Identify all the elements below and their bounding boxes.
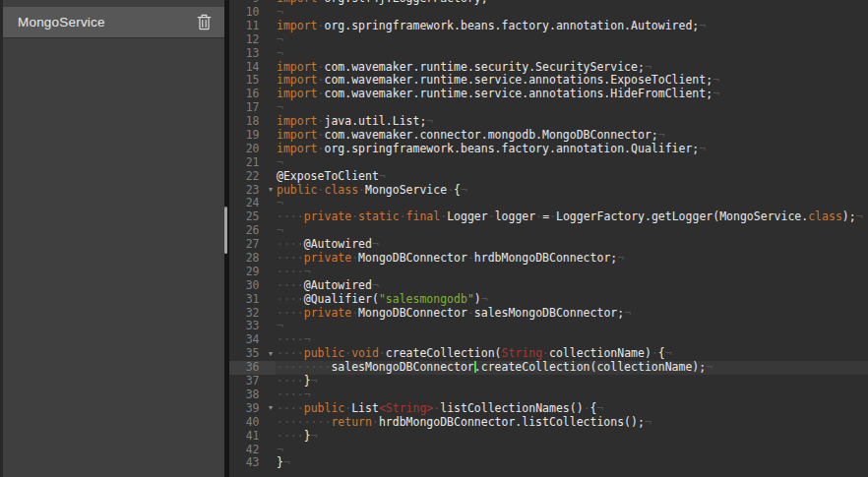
code-text[interactable]: ····public·List<String>·listCollectionNa… [276, 402, 868, 416]
fold-arrow-icon[interactable]: ▾ [269, 403, 273, 413]
line-number-19[interactable]: 19 [229, 129, 276, 143]
code-line-19[interactable]: 19import·com.wavemaker.connector.mongodb… [229, 129, 868, 143]
line-number-24[interactable]: 24 [229, 197, 276, 210]
code-line-37[interactable]: 37····}¬ [229, 375, 868, 388]
code-line-38[interactable]: 38····¬ [229, 388, 868, 402]
line-number-30[interactable]: 30 [229, 279, 276, 293]
code-text[interactable]: ¬ [276, 197, 868, 210]
sidebar-item-mongoservice[interactable]: MongoService [3, 7, 224, 37]
line-number-33[interactable]: 33 [229, 320, 276, 333]
line-number-40[interactable]: 40 [229, 416, 276, 430]
line-number-16[interactable]: 16 [229, 88, 276, 101]
code-text[interactable]: ····¬ [276, 266, 868, 279]
code-text[interactable]: ····¬ [276, 388, 868, 402]
code-text[interactable]: @ExposeToClient¬ [276, 170, 868, 184]
line-number-17[interactable]: 17 [229, 101, 276, 115]
line-number-43[interactable]: 43 [229, 456, 276, 470]
code-text[interactable]: import·com.wavemaker.runtime.service.ann… [276, 74, 868, 88]
code-line-20[interactable]: 20import·org.springframework.beans.facto… [229, 143, 868, 156]
line-number-41[interactable]: 41 [229, 430, 276, 444]
code-line-10[interactable]: 10¬ [229, 6, 868, 20]
code-line-16[interactable]: 16import·com.wavemaker.runtime.service.a… [229, 88, 868, 101]
line-number-18[interactable]: 18 [229, 115, 276, 129]
code-text[interactable]: ····private·MongoDBConnector·hrdbMongoDB… [276, 252, 868, 266]
code-text[interactable]: ····private·MongoDBConnector·salesMongoD… [276, 307, 868, 321]
scrollbar-thumb[interactable] [224, 207, 227, 254]
line-number-34[interactable]: 34 [229, 333, 276, 347]
code-text[interactable]: ¬ [276, 444, 868, 457]
code-text[interactable]: import·com.wavemaker.connector.mongodb.M… [276, 129, 868, 143]
line-number-21[interactable]: 21 [229, 156, 276, 170]
code-text[interactable]: import·com.wavemaker.runtime.service.ann… [276, 88, 868, 101]
code-line-18[interactable]: 18import·java.util.List;¬ [229, 115, 868, 129]
code-text[interactable]: ¬ [276, 47, 868, 61]
code-line-23[interactable]: 23▾public·class·MongoService·{¬ [229, 184, 868, 198]
code-line-29[interactable]: 29····¬ [229, 266, 868, 279]
code-line-40[interactable]: 40········return·hrdbMongoDBConnector.li… [229, 416, 868, 430]
line-number-32[interactable]: 32 [229, 307, 276, 321]
line-number-31[interactable]: 31 [229, 293, 276, 307]
line-number-14[interactable]: 14 [229, 61, 276, 75]
code-text[interactable]: ····@Autowired¬ [276, 238, 868, 252]
code-line-14[interactable]: 14import·com.wavemaker.runtime.security.… [229, 61, 868, 75]
code-editor[interactable]: 9import·org.slf4j.LoggerFactory;¬10¬11im… [229, 0, 868, 477]
code-line-39[interactable]: 39▾····public·List<String>·listCollectio… [229, 402, 868, 416]
line-number-13[interactable]: 13 [229, 47, 276, 61]
line-number-10[interactable]: 10 [229, 6, 276, 20]
line-number-20[interactable]: 20 [229, 143, 276, 156]
code-line-36[interactable]: 36········salesMongoDBConnector.createCo… [229, 361, 868, 375]
code-text[interactable]: ¬ [276, 224, 868, 238]
code-text[interactable]: ····¬ [276, 333, 868, 347]
code-text[interactable]: ········salesMongoDBConnector.createColl… [276, 361, 868, 375]
code-text[interactable]: import·com.wavemaker.runtime.security.Se… [276, 61, 868, 75]
line-number-29[interactable]: 29 [229, 266, 276, 279]
line-number-22[interactable]: 22 [229, 170, 276, 184]
code-line-42[interactable]: 42¬ [229, 444, 868, 457]
code-text[interactable]: import·org.springframework.beans.factory… [276, 20, 868, 33]
code-line-21[interactable]: 21¬ [229, 156, 868, 170]
code-line-31[interactable]: 31····@Qualifier("salesmongodb")¬ [229, 293, 868, 307]
code-text[interactable]: ····@Autowired¬ [276, 279, 868, 293]
code-line-24[interactable]: 24¬ [229, 197, 868, 210]
code-line-35[interactable]: 35▾····public·void·createCollection(Stri… [229, 347, 868, 361]
line-number-28[interactable]: 28 [229, 252, 276, 266]
code-text[interactable]: ¬ [276, 101, 868, 115]
code-line-17[interactable]: 17¬ [229, 101, 868, 115]
code-line-12[interactable]: 12¬ [229, 33, 868, 47]
code-line-28[interactable]: 28····private·MongoDBConnector·hrdbMongo… [229, 252, 868, 266]
line-number-15[interactable]: 15 [229, 74, 276, 88]
code-line-43[interactable]: 43}¬ [229, 456, 868, 470]
line-number-37[interactable]: 37 [229, 375, 276, 388]
code-text[interactable]: ¬ [276, 6, 868, 20]
code-line-41[interactable]: 41····}¬ [229, 430, 868, 444]
line-number-39[interactable]: 39▾ [229, 402, 276, 416]
line-number-27[interactable]: 27 [229, 238, 276, 252]
code-text[interactable]: ····}¬ [276, 375, 868, 388]
line-number-42[interactable]: 42 [229, 444, 276, 457]
line-number-38[interactable]: 38 [229, 388, 276, 402]
code-line-22[interactable]: 22@ExposeToClient¬ [229, 170, 868, 184]
line-number-23[interactable]: 23▾ [229, 184, 276, 198]
line-number-12[interactable]: 12 [229, 33, 276, 47]
code-text[interactable]: ····private·static·final·Logger·logger·=… [276, 210, 868, 224]
code-line-11[interactable]: 11import·org.springframework.beans.facto… [229, 20, 868, 33]
line-number-36[interactable]: 36 [229, 361, 276, 375]
delete-service-button[interactable] [197, 14, 212, 30]
code-line-27[interactable]: 27····@Autowired¬ [229, 238, 868, 252]
code-text[interactable]: public·class·MongoService·{¬ [276, 184, 868, 198]
line-number-26[interactable]: 26 [229, 224, 276, 238]
code-text[interactable]: ····}¬ [276, 430, 868, 444]
line-number-25[interactable]: 25 [229, 210, 276, 224]
code-line-13[interactable]: 13¬ [229, 47, 868, 61]
code-line-33[interactable]: 33¬ [229, 320, 868, 333]
code-text[interactable]: import·java.util.List;¬ [276, 115, 868, 129]
code-text[interactable]: ····public·void·createCollection(String·… [276, 347, 868, 361]
fold-arrow-icon[interactable]: ▾ [269, 185, 273, 195]
code-text[interactable]: ¬ [276, 33, 868, 47]
code-text[interactable]: ····@Qualifier("salesmongodb")¬ [276, 293, 868, 307]
code-line-26[interactable]: 26¬ [229, 224, 868, 238]
code-line-15[interactable]: 15import·com.wavemaker.runtime.service.a… [229, 74, 868, 88]
code-text[interactable]: ¬ [276, 320, 868, 333]
line-number-11[interactable]: 11 [229, 20, 276, 33]
code-text[interactable]: ¬ [276, 156, 868, 170]
